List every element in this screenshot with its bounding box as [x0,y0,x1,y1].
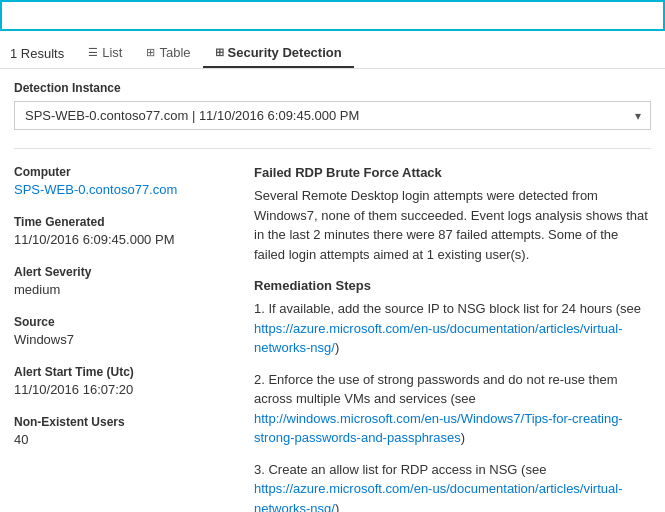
main-content: Detection Instance SPS-WEB-0.contoso77.c… [0,69,665,512]
attack-title: Failed RDP Brute Force Attack [254,165,651,180]
step2-link[interactable]: http://windows.microsoft.com/en-us/Windo… [254,411,623,446]
step3-link[interactable]: https://azure.microsoft.com/en-us/docume… [254,481,622,512]
detection-instance-dropdown-wrapper: SPS-WEB-0.contoso77.com | 11/10/2016 6:0… [14,101,651,130]
remediation-title: Remediation Steps [254,278,651,293]
step1-link[interactable]: https://azure.microsoft.com/en-us/docume… [254,321,622,356]
detection-instance-section: Detection Instance SPS-WEB-0.contoso77.c… [14,81,651,130]
computer-value[interactable]: SPS-WEB-0.contoso77.com [14,182,177,197]
alert-start-value: 11/10/2016 16:07:20 [14,382,234,397]
results-count: 1 Results [10,46,64,61]
step3-post-text: ) [335,501,339,513]
security-detection-icon: ⊞ [215,46,224,59]
separator [14,148,651,149]
non-existent-value: 40 [14,432,234,447]
source-label: Source [14,315,234,329]
remediation-step-2: 2. Enforce the use of strong passwords a… [254,370,651,448]
step3-pre-text: 3. Create an allow list for RDP access i… [254,462,546,477]
table-icon: ⊞ [146,46,155,59]
remediation-step-1: 1. If available, add the source IP to NS… [254,299,651,358]
non-existent-label: Non-Existent Users [14,415,234,429]
step2-pre-text: 2. Enforce the use of strong passwords a… [254,372,618,407]
computer-field: Computer SPS-WEB-0.contoso77.com [14,165,234,197]
tab-security-detection-label: Security Detection [228,45,342,60]
alert-start-field: Alert Start Time (Utc) 11/10/2016 16:07:… [14,365,234,397]
time-generated-value: 11/10/2016 6:09:45.000 PM [14,232,234,247]
list-icon: ☰ [88,46,98,59]
detail-grid: Computer SPS-WEB-0.contoso77.com Time Ge… [14,165,651,512]
tab-table[interactable]: ⊞ Table [134,39,202,68]
computer-label: Computer [14,165,234,179]
detection-instance-label: Detection Instance [14,81,651,95]
time-generated-field: Time Generated 11/10/2016 6:09:45.000 PM [14,215,234,247]
results-bar: 1 Results ☰ List ⊞ Table ⊞ Security Dete… [0,31,665,69]
results-nav: ☰ List ⊞ Table ⊞ Security Detection [76,39,353,68]
source-field: Source Windows7 [14,315,234,347]
step1-post-text: ) [335,340,339,355]
search-input[interactable]: Type=SecurityDetection [0,0,665,31]
tab-security-detection[interactable]: ⊞ Security Detection [203,39,354,68]
non-existent-field: Non-Existent Users 40 [14,415,234,447]
alert-severity-label: Alert Severity [14,265,234,279]
remediation-step-3: 3. Create an allow list for RDP access i… [254,460,651,513]
alert-severity-value: medium [14,282,234,297]
step1-pre-text: 1. If available, add the source IP to NS… [254,301,641,316]
detail-left-panel: Computer SPS-WEB-0.contoso77.com Time Ge… [14,165,234,512]
tab-table-label: Table [159,45,190,60]
tab-list[interactable]: ☰ List [76,39,134,68]
time-generated-label: Time Generated [14,215,234,229]
step2-post-text: ) [461,430,465,445]
alert-severity-field: Alert Severity medium [14,265,234,297]
detection-instance-select[interactable]: SPS-WEB-0.contoso77.com | 11/10/2016 6:0… [14,101,651,130]
tab-list-label: List [102,45,122,60]
attack-description: Several Remote Desktop login attempts we… [254,186,651,264]
source-value: Windows7 [14,332,234,347]
detail-right-panel: Failed RDP Brute Force Attack Several Re… [254,165,651,512]
alert-start-label: Alert Start Time (Utc) [14,365,234,379]
